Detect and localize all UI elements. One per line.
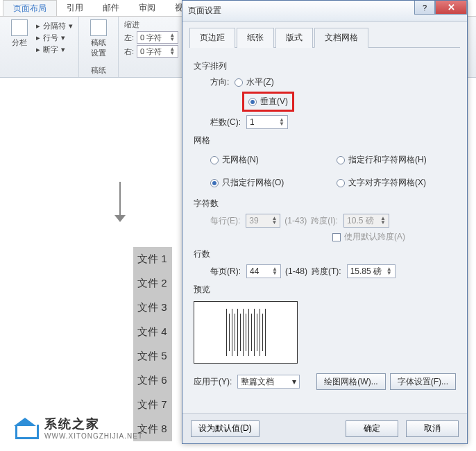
preview-title: 预览 xyxy=(194,284,456,296)
watermark-sub: WWW.XITONGZHIJIA.NET xyxy=(44,432,143,440)
close-button[interactable]: ✕ xyxy=(435,1,467,15)
watermark: 系统之家 WWW.XITONGZHIJIA.NET xyxy=(11,415,143,440)
preview-box xyxy=(194,301,298,364)
font-settings-button[interactable]: 字体设置(F)... xyxy=(390,373,456,390)
ruler-marker-icon xyxy=(114,182,126,223)
radio-line-char-grid[interactable] xyxy=(337,156,345,164)
indent-title: 缩进 xyxy=(124,19,178,30)
indent-left-row: 左: 0 字符▲▼ xyxy=(124,31,178,44)
tab-mailings[interactable]: 邮件 xyxy=(93,0,129,16)
apply-to-label: 应用于(Y): xyxy=(194,376,232,388)
chars-title: 字符数 xyxy=(194,198,456,210)
group-paper-title: 稿纸 xyxy=(85,65,112,76)
radio-no-grid[interactable] xyxy=(210,156,219,164)
radio-line-only-grid[interactable] xyxy=(210,179,219,187)
dialog-tabs: 页边距 纸张 版式 文档网格 xyxy=(189,27,460,48)
list-item[interactable]: 文件 1 xyxy=(133,247,172,271)
paper-icon xyxy=(90,19,107,36)
char-pitch-label: 跨度(I): xyxy=(311,215,338,227)
indent-right-input[interactable]: 0 字符▲▼ xyxy=(137,45,178,58)
per-page-label: 每页(R): xyxy=(210,266,241,278)
vertical-highlight: 垂直(V) xyxy=(242,92,294,112)
tab-document-grid[interactable]: 文档网格 xyxy=(314,28,368,48)
set-default-button[interactable]: 设为默认值(D) xyxy=(191,420,260,437)
per-line-label: 每行(E): xyxy=(210,215,240,227)
radio-vertical[interactable] xyxy=(248,98,257,106)
radio-align-grid[interactable] xyxy=(337,179,345,187)
list-item[interactable]: 文件 3 xyxy=(133,296,172,320)
indent-right-row: 右: 0 字符▲▼ xyxy=(124,45,178,58)
line-pitch-input[interactable]: 15.85 磅▲▼ xyxy=(347,264,396,278)
columns-label: 栏数(C): xyxy=(210,117,241,128)
tab-review[interactable]: 审阅 xyxy=(129,0,165,16)
columns-button[interactable]: 分栏 xyxy=(6,19,33,56)
radio-horizontal[interactable] xyxy=(235,78,243,87)
indent-left-input[interactable]: 0 字符▲▼ xyxy=(137,31,178,44)
dialog-title: 页面设置 xyxy=(188,5,221,17)
ribbon-group-indent: 缩进 左: 0 字符▲▼ 右: 0 字符▲▼ xyxy=(119,17,185,77)
drawing-grid-button[interactable]: 绘图网格(W)... xyxy=(316,373,385,390)
document-text-column: 文件 1 文件 2 文件 3 文件 4 文件 5 文件 6 文件 7 文件 8 xyxy=(133,247,172,441)
columns-icon xyxy=(11,19,28,36)
tab-paper[interactable]: 纸张 xyxy=(237,28,274,48)
tab-references[interactable]: 引用 xyxy=(57,0,93,16)
help-button[interactable]: ? xyxy=(414,1,435,15)
breaks-button[interactable]: ▸ 分隔符 ▾ xyxy=(36,21,73,31)
dialog-body: 文字排列 方向: 水平(Z) 垂直(V) 栏数(C): 1▲▼ 网格 无网格(N… xyxy=(182,48,467,400)
watermark-title: 系统之家 xyxy=(44,416,143,432)
watermark-icon xyxy=(11,415,39,440)
char-pitch-input: 10.5 磅▲▼ xyxy=(343,214,389,228)
lines-title: 行数 xyxy=(194,248,456,260)
grid-title: 网格 xyxy=(194,135,456,146)
columns-input[interactable]: 1▲▼ xyxy=(246,115,288,129)
cancel-button[interactable]: 取消 xyxy=(406,420,459,437)
dialog-titlebar: 页面设置 ? ✕ xyxy=(182,1,467,22)
default-pitch-checkbox xyxy=(332,233,341,241)
list-item[interactable]: 文件 5 xyxy=(133,344,172,368)
line-pitch-label: 跨度(T): xyxy=(312,266,341,278)
tab-margins[interactable]: 页边距 xyxy=(189,28,235,48)
ribbon-group-columns: 分栏 ▸ 分隔符 ▾ ▸ 行号 ▾ ▸ 断字 ▾ xyxy=(0,17,79,77)
per-page-input[interactable]: 44▲▼ xyxy=(246,264,281,278)
list-item[interactable]: 文件 2 xyxy=(133,271,172,296)
text-arrange-title: 文字排列 xyxy=(194,60,456,72)
line-numbers-button[interactable]: ▸ 行号 ▾ xyxy=(36,33,73,43)
ok-button[interactable]: 确定 xyxy=(346,420,398,437)
tab-page-layout[interactable]: 页面布局 xyxy=(3,0,57,16)
dialog-footer: 设为默认值(D) 确定 取消 xyxy=(182,413,467,443)
per-line-input: 39▲▼ xyxy=(246,214,280,228)
list-item[interactable]: 文件 6 xyxy=(133,368,172,393)
hyphenation-button[interactable]: ▸ 断字 ▾ xyxy=(36,44,73,55)
ribbon-group-paper: 稿纸 设置 稿纸 xyxy=(79,17,119,77)
apply-to-select[interactable]: 整篇文档▾ xyxy=(237,375,300,389)
tab-layout[interactable]: 版式 xyxy=(275,28,313,48)
page-setup-dialog: 页面设置 ? ✕ 页边距 纸张 版式 文档网格 文字排列 方向: 水平(Z) 垂… xyxy=(182,0,468,444)
paper-settings-button[interactable]: 稿纸 设置 xyxy=(85,19,112,58)
list-item[interactable]: 文件 4 xyxy=(133,320,172,344)
list-item[interactable]: 文件 7 xyxy=(133,393,172,417)
direction-label: 方向: xyxy=(210,76,229,88)
